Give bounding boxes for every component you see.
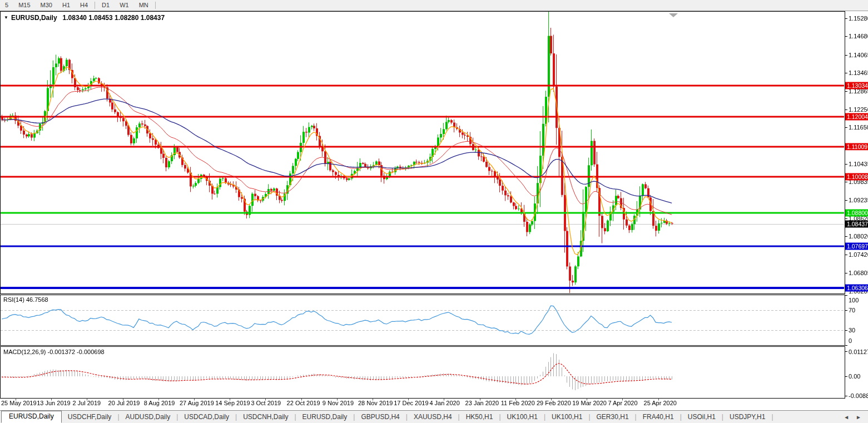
date-label: 23 Jan 2020 bbox=[465, 400, 499, 406]
date-label: 25 Apr 2020 bbox=[644, 400, 677, 406]
tab-usoil-h1[interactable]: USOil,H1 bbox=[682, 412, 722, 422]
rsi-tick-label: 0 bbox=[849, 337, 852, 344]
tab-ger30-h1[interactable]: GER30,H1 bbox=[591, 412, 635, 422]
scroll-right-icon[interactable]: ► bbox=[856, 414, 861, 420]
chart-dropdown-icon[interactable]: ▼ bbox=[4, 15, 8, 20]
price-tick-label: 1.06805 bbox=[849, 270, 868, 276]
timeframe-button-5[interactable]: 5 bbox=[0, 0, 13, 11]
scroll-left-icon[interactable]: ◄ bbox=[844, 414, 849, 420]
rsi-tick-label: 70 bbox=[849, 307, 855, 313]
tab-xauusd-h4[interactable]: XAUUSD,H4 bbox=[408, 412, 458, 422]
tab-usdjpy-h1[interactable]: USDJPY,H1 bbox=[723, 412, 771, 422]
price-tick-label: 1.15280 bbox=[849, 15, 868, 22]
tab-audusd-daily[interactable]: AUDUSD,Daily bbox=[120, 412, 177, 422]
date-label: 3 Oct 2019 bbox=[251, 400, 281, 406]
macd-indicator-label: MACD(12,26,9) -0.001372 -0.000698 bbox=[3, 349, 105, 355]
price-tick-label: 1.14680 bbox=[849, 33, 868, 39]
tab-uk100-h1[interactable]: UK100,H1 bbox=[545, 412, 588, 422]
date-label: 28 Nov 2019 bbox=[358, 400, 393, 406]
timeframe-button-d1[interactable]: D1 bbox=[97, 0, 115, 11]
timeframe-button-h4[interactable]: H4 bbox=[75, 0, 93, 11]
toolbar-separator bbox=[155, 2, 156, 9]
chart-symbol-label: EURUSD,Daily bbox=[11, 14, 57, 22]
price-tick-label: 1.07420 bbox=[849, 251, 868, 258]
date-label: 22 Oct 2019 bbox=[287, 400, 320, 406]
tab-eurusd-daily[interactable]: EURUSD,Daily bbox=[1, 411, 62, 423]
tab-usdcnh-daily[interactable]: USDCNH,Daily bbox=[237, 412, 294, 422]
tab-gbpusd-h4[interactable]: GBPUSD,H4 bbox=[355, 412, 405, 422]
date-label: 2 Jul 2019 bbox=[72, 400, 101, 406]
date-label: 7 Apr 2020 bbox=[608, 400, 637, 406]
tab-fra40-h1[interactable]: FRA40,H1 bbox=[637, 412, 680, 422]
tab-separator: | bbox=[771, 413, 773, 421]
date-label: 27 Aug 2019 bbox=[180, 400, 214, 406]
level-price-badge: 1.12004 bbox=[845, 113, 868, 121]
date-label: 29 Feb 2020 bbox=[537, 400, 571, 406]
level-price-badge: 1.11009 bbox=[845, 143, 868, 150]
price-tick-label: 1.08020 bbox=[849, 233, 868, 240]
tab-uk100-h1[interactable]: UK100,H1 bbox=[501, 412, 544, 422]
date-label: 25 May 2019 bbox=[1, 400, 37, 406]
price-tick-label: 1.10435 bbox=[849, 161, 868, 167]
tab-eurusd-daily[interactable]: EURUSD,Daily bbox=[296, 412, 354, 422]
date-label: 13 Jun 2019 bbox=[37, 400, 71, 406]
price-tick-label: 1.11650 bbox=[849, 124, 868, 131]
level-price-badge: 1.10008 bbox=[845, 173, 868, 180]
level-price-badge: 1.08800 bbox=[845, 210, 868, 217]
price-tick-label: 1.13465 bbox=[849, 69, 868, 76]
macd-tick-label: 0.00 bbox=[849, 373, 860, 380]
timeframe-button-w1[interactable]: W1 bbox=[115, 0, 134, 11]
timeframe-button-m30[interactable]: M30 bbox=[36, 0, 57, 11]
date-label: 9 Nov 2019 bbox=[323, 400, 354, 406]
chart-canvas[interactable] bbox=[0, 0, 868, 423]
date-label: 14 Sep 2019 bbox=[215, 400, 250, 406]
level-price-badge: 1.06306 bbox=[845, 285, 868, 292]
symbol-tab-bar: EURUSD,DailyUSDCHF,Daily|AUDUSD,Daily|US… bbox=[0, 410, 868, 423]
price-tick-label: 1.09235 bbox=[849, 197, 868, 203]
date-label: 8 Aug 2019 bbox=[144, 400, 175, 406]
rsi-tick-label: 30 bbox=[849, 327, 855, 334]
date-label: 4 Jan 2020 bbox=[429, 400, 459, 406]
toolbar-separator bbox=[95, 2, 95, 9]
rsi-tick-label: 100 bbox=[849, 297, 859, 303]
timeframe-toolbar: 5M15M30H1H4D1W1MN bbox=[0, 0, 868, 11]
timeframe-button-m15[interactable]: M15 bbox=[13, 0, 35, 11]
level-price-badge: 1.13034 bbox=[845, 82, 868, 89]
macd-tick-label: -0.008845 bbox=[849, 392, 868, 399]
level-price-badge: 1.07697 bbox=[845, 242, 868, 250]
timeframe-button-h1[interactable]: H1 bbox=[57, 0, 75, 11]
chart-title: ▼EURUSD,Daily1.08340 1.08453 1.08280 1.0… bbox=[4, 14, 165, 22]
tab-hk50-h1[interactable]: HK50,H1 bbox=[460, 412, 499, 422]
current-price-badge: 1.08437 bbox=[845, 220, 868, 227]
chart-ohlc-values: 1.08340 1.08453 1.08280 1.08437 bbox=[63, 14, 165, 22]
tab-usdchf-daily[interactable]: USDCHF,Daily bbox=[62, 412, 118, 422]
price-tick-label: 1.12250 bbox=[849, 106, 868, 113]
rsi-indicator-label: RSI(14) 46.7568 bbox=[3, 296, 48, 303]
date-label: 11 Feb 2020 bbox=[501, 400, 535, 406]
mt4-chart-window: { "toolbar": { "timeframes": [ {"label":… bbox=[0, 0, 868, 423]
date-label: 17 Dec 2019 bbox=[394, 400, 428, 406]
date-label: 20 Jul 2019 bbox=[108, 400, 140, 406]
tab-usdcad-daily[interactable]: USDCAD,Daily bbox=[178, 412, 235, 422]
price-tick-label: 1.14065 bbox=[849, 52, 868, 58]
timeframe-button-mn[interactable]: MN bbox=[134, 0, 153, 11]
date-label: 19 Mar 2020 bbox=[572, 400, 607, 406]
macd-tick-label: 0.011277 bbox=[849, 349, 868, 355]
